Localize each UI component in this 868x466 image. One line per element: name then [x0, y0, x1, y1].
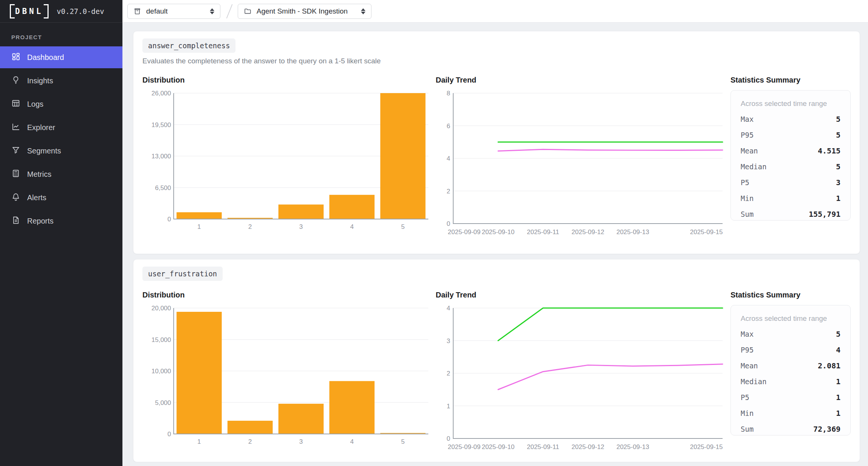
sidebar-item-label: Dashboard: [27, 53, 64, 62]
stat-row-mean: Mean2.081: [741, 361, 840, 370]
chart-line-icon: [11, 122, 20, 133]
sidebar-item-explorer[interactable]: Explorer: [0, 116, 122, 138]
svg-text:2025-09-10: 2025-09-10: [481, 443, 514, 451]
stat-value: 155,791: [809, 210, 840, 219]
breadcrumb-slash: [222, 3, 236, 20]
svg-text:1: 1: [197, 223, 201, 230]
svg-text:3: 3: [299, 438, 303, 445]
dbnl-logo: DBNL: [10, 4, 49, 18]
stats-summary-box: Across selected time range Max5 P954 Mea…: [730, 305, 851, 435]
stat-label: P5: [741, 178, 749, 187]
sidebar-item-label: Insights: [27, 77, 53, 85]
svg-text:2025-09-13: 2025-09-13: [616, 443, 649, 451]
select-stepper-icon: [361, 8, 365, 14]
svg-text:2025-09-15: 2025-09-15: [690, 228, 723, 236]
svg-text:4: 4: [350, 438, 353, 445]
stat-label: Max: [741, 330, 753, 338]
stat-row-p95: P954: [741, 345, 840, 354]
sidebar-item-label: Alerts: [27, 193, 46, 202]
stat-value: 72,369: [813, 425, 840, 434]
svg-text:1: 1: [446, 403, 450, 410]
sidebar-item-alerts[interactable]: Alerts: [0, 187, 122, 208]
calculator-icon: [11, 169, 20, 180]
sidebar-item-label: Segments: [27, 147, 61, 155]
svg-text:3: 3: [446, 337, 450, 345]
svg-text:0: 0: [446, 435, 450, 442]
stat-row-min: Min1: [741, 409, 840, 418]
svg-text:6: 6: [446, 123, 450, 130]
stat-label: P5: [741, 393, 749, 402]
stat-label: Min: [741, 194, 753, 202]
table-icon: [11, 99, 20, 110]
select-stepper-icon: [210, 8, 214, 14]
sidebar-item-reports[interactable]: Reports: [0, 210, 122, 232]
daily-trend-chart: 024682025-09-092025-09-102025-09-112025-…: [436, 90, 725, 238]
svg-text:2025-09-09: 2025-09-09: [448, 443, 480, 451]
svg-text:2025-09-11: 2025-09-11: [527, 228, 559, 236]
svg-text:0: 0: [168, 216, 171, 223]
stat-label: P95: [741, 131, 753, 139]
svg-text:0: 0: [446, 220, 450, 227]
stat-label: Sum: [741, 210, 753, 218]
sidebar-item-metrics[interactable]: Metrics: [0, 163, 122, 185]
stat-value: 1: [836, 409, 840, 418]
distribution-chart: 05,00010,00015,00020,00012345: [142, 305, 430, 450]
sidebar-item-insights[interactable]: Insights: [0, 70, 122, 92]
sidebar-item-segments[interactable]: Segments: [0, 140, 122, 162]
stat-value: 1: [836, 377, 840, 386]
project-select[interactable]: Agent Smith - SDK Ingestion: [238, 4, 371, 19]
svg-text:2: 2: [446, 370, 450, 377]
svg-text:2025-09-09: 2025-09-09: [448, 228, 480, 236]
stat-label: Sum: [741, 425, 753, 433]
app-version: v0.27.0-dev: [57, 7, 104, 15]
stat-label: Mean: [741, 147, 758, 155]
sidebar-item-label: Reports: [27, 217, 53, 225]
svg-text:2025-09-15: 2025-09-15: [690, 443, 723, 451]
stats-summary-box: Across selected time range Max5 P955 Mea…: [730, 90, 851, 221]
collection-select[interactable]: default: [127, 4, 220, 19]
svg-text:6,500: 6,500: [155, 184, 171, 192]
stat-row-min: Min1: [741, 194, 840, 203]
svg-text:2: 2: [248, 223, 252, 230]
sidebar-item-dashboard[interactable]: Dashboard: [0, 46, 122, 68]
svg-text:2: 2: [446, 188, 450, 195]
stat-row-median: Median1: [741, 377, 840, 386]
stats-subtitle: Across selected time range: [741, 314, 840, 323]
svg-text:5: 5: [401, 438, 405, 445]
svg-text:4: 4: [446, 305, 450, 312]
main-area: default Agent Smith - SDK Ingestion answ…: [122, 0, 868, 466]
stat-label: Max: [741, 115, 753, 123]
stat-row-sum: Sum72,369: [741, 425, 840, 434]
bell-icon: [11, 192, 20, 203]
distribution-title: Distribution: [142, 291, 430, 299]
topbar: default Agent Smith - SDK Ingestion: [122, 0, 868, 23]
daily-trend-title: Daily Trend: [436, 291, 725, 299]
stat-label: Mean: [741, 362, 758, 370]
stat-value: 1: [836, 393, 840, 402]
svg-text:2025-09-10: 2025-09-10: [481, 228, 514, 236]
svg-text:20,000: 20,000: [151, 305, 171, 312]
stat-label: Min: [741, 409, 753, 417]
sidebar-item-logs[interactable]: Logs: [0, 93, 122, 115]
sidebar-item-label: Logs: [27, 100, 43, 109]
stats-summary-title: Statistics Summary: [730, 291, 851, 299]
svg-text:2025-09-12: 2025-09-12: [572, 443, 604, 451]
metric-card-user-frustration: user_frustration Distribution 05,00010,0…: [133, 259, 860, 462]
svg-text:0: 0: [168, 431, 171, 438]
svg-text:2025-09-13: 2025-09-13: [616, 228, 649, 236]
svg-text:2025-09-12: 2025-09-12: [572, 228, 604, 236]
metric-name-pill: user_frustration: [142, 267, 223, 281]
stat-value: 4: [836, 345, 840, 354]
dashboard-content: answer_completeness Evaluates the comple…: [122, 23, 868, 462]
stat-value: 4.515: [818, 146, 840, 155]
svg-text:10,000: 10,000: [151, 368, 171, 375]
stat-label: Median: [741, 377, 767, 386]
distribution-title: Distribution: [142, 76, 430, 84]
lightbulb-icon: [11, 75, 20, 86]
stat-label: P95: [741, 346, 753, 354]
stat-row-sum: Sum155,791: [741, 210, 840, 219]
daily-trend-title: Daily Trend: [436, 76, 725, 84]
svg-text:5,000: 5,000: [155, 399, 171, 406]
stat-value: 5: [836, 115, 840, 124]
sidebar-header: DBNL v0.27.0-dev: [0, 0, 122, 23]
